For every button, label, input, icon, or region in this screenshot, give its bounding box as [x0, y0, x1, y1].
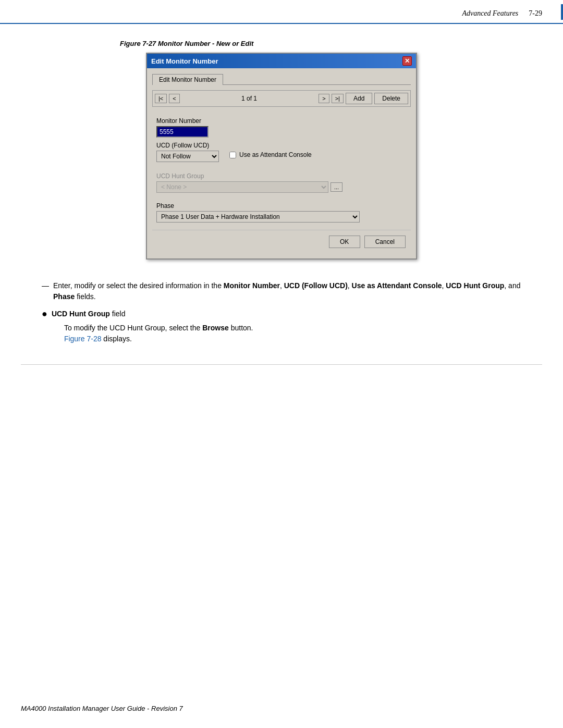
prev-record-button[interactable]: < [169, 94, 179, 103]
bullet-item: ● UCD Hunt Group field To modify the UCD… [42, 309, 532, 344]
page-header: Advanced Features 7-29 [0, 0, 563, 24]
phase-select[interactable]: Phase 1 User Data + Hardware Installatio… [156, 211, 360, 223]
record-counter: 1 of 1 [182, 95, 317, 102]
phase-section: Phase Phase 1 User Data + Hardware Insta… [152, 200, 411, 225]
figure-caption: Monitor Number - New or Edit [158, 40, 253, 47]
dash-text: Enter, modify or select the desired info… [53, 280, 532, 302]
spacer [152, 195, 411, 200]
figure-label: Figure 7-27 Monitor Number - New or Edit [120, 40, 563, 47]
ucd-hunt-group-label: UCD Hunt Group [156, 172, 407, 180]
ok-button[interactable]: OK [329, 236, 360, 248]
dash-char: — [42, 280, 49, 302]
dialog-body: Edit Monitor Number |< < 1 of 1 > >| Add… [147, 68, 416, 258]
add-button[interactable]: Add [346, 93, 372, 104]
dialog-title: Edit Monitor Number [151, 57, 218, 65]
first-record-button[interactable]: |< [155, 94, 167, 103]
header-accent-bar [561, 4, 563, 20]
bullet-suffix: field [112, 310, 126, 318]
close-button[interactable]: ✕ [402, 56, 412, 66]
monitor-number-label: Monitor Number [156, 117, 407, 125]
bullet-char: ● [42, 309, 47, 320]
dialog-wrapper: Edit Monitor Number ✕ Edit Monitor Numbe… [0, 53, 563, 260]
browse-button[interactable]: ... [331, 182, 342, 192]
cancel-button[interactable]: Cancel [364, 236, 406, 248]
dash-item: — Enter, modify or select the desired in… [42, 280, 532, 302]
monitor-number-input[interactable] [156, 126, 209, 138]
tab-edit-monitor-number[interactable]: Edit Monitor Number [152, 74, 223, 85]
monitor-number-section: Monitor Number [152, 115, 411, 140]
ucd-hunt-group-section: UCD Hunt Group < None > ... [152, 170, 411, 195]
delete-button[interactable]: Delete [374, 93, 408, 104]
dialog-titlebar[interactable]: Edit Monitor Number ✕ [147, 54, 416, 68]
edit-monitor-number-dialog: Edit Monitor Number ✕ Edit Monitor Numbe… [146, 53, 417, 260]
displays-text: displays. [103, 335, 131, 343]
phase-label: Phase [156, 202, 407, 209]
navigation-bar: |< < 1 of 1 > >| Add Delete [152, 90, 411, 107]
footer-text: MA4000 Installation Manager User Guide -… [21, 705, 183, 712]
page-footer: MA4000 Installation Manager User Guide -… [21, 705, 183, 712]
indent-text: To modify the UCD Hunt Group, select the… [64, 323, 253, 344]
footer-separator [21, 364, 542, 365]
ucd-label: UCD (Follow UCD) [156, 142, 219, 149]
figure-number: Figure 7-27 [120, 40, 156, 47]
attendant-console-label: Use as Attendant Console [239, 151, 312, 158]
attendant-console-checkbox[interactable] [229, 152, 236, 158]
browse-bold: Browse [202, 324, 229, 332]
phase-select-row: Phase 1 User Data + Hardware Installatio… [156, 211, 407, 223]
tab-strip: Edit Monitor Number [152, 73, 411, 85]
content-area: — Enter, modify or select the desired in… [0, 275, 563, 364]
attendant-col: Use as Attendant Console [229, 142, 312, 158]
dialog-footer: OK Cancel [152, 230, 411, 253]
ucd-hunt-group-row: < None > ... [156, 181, 407, 193]
last-record-button[interactable]: >| [332, 94, 344, 103]
ucd-section: UCD (Follow UCD) Not Follow Use as Atten… [152, 140, 411, 170]
bullet-label: UCD Hunt Group [52, 310, 110, 318]
ucd-col: UCD (Follow UCD) Not Follow [156, 142, 219, 162]
section-label: Advanced Features [462, 9, 518, 18]
bullet-text: UCD Hunt Group field [52, 310, 126, 318]
ucd-select[interactable]: Not Follow [156, 151, 219, 162]
next-record-button[interactable]: > [319, 94, 329, 103]
page-number: 7-29 [529, 9, 542, 18]
ucd-row: UCD (Follow UCD) Not Follow Use as Atten… [156, 142, 407, 162]
ucd-hunt-group-select[interactable]: < None > [156, 181, 328, 193]
bullet-content: UCD Hunt Group field To modify the UCD H… [52, 309, 253, 344]
figure-link[interactable]: Figure 7-28 [64, 335, 102, 343]
ucd-select-row: Not Follow [156, 151, 219, 162]
